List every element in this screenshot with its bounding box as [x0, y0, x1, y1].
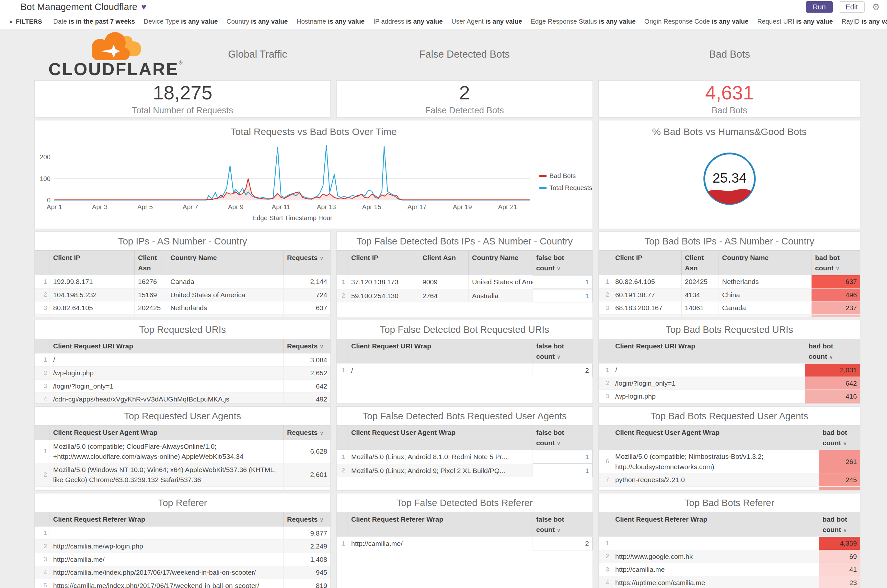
column-header-client-request-referer-wrap: Client Request Referer Wrap — [347, 512, 532, 537]
row-number: 7 — [599, 473, 612, 486]
column-header-requests[interactable]: Requests∨ — [283, 512, 331, 526]
edit-button[interactable]: Edit — [839, 1, 864, 13]
cell-country-name: Netherlands — [167, 302, 283, 314]
table-row: 1/2,031 — [599, 363, 860, 376]
table-row: 14,359 — [599, 537, 860, 550]
cell-client-request-user-agent-wrap: Mozilla/5.0 (compatible; Nimbostratus-Bo… — [612, 450, 819, 473]
filter-hostname[interactable]: Hostname is any value — [296, 18, 364, 25]
data-table: Top Bad Bots Requested User AgentsClient… — [599, 406, 860, 490]
kpi-value: 2 — [459, 82, 470, 103]
cell-client-asn: 16276 — [134, 275, 167, 288]
table-row-uris: Top Requested URIsClient Request URI Wra… — [35, 320, 861, 404]
registered-mark: ® — [179, 60, 184, 65]
column-header-bad-bot-count[interactable]: bad bot count∨ — [812, 250, 860, 275]
filter-condition: is any value — [485, 18, 522, 25]
run-button[interactable]: Run — [806, 1, 833, 13]
row-number-header — [35, 426, 50, 440]
filter-condition: is any value — [328, 18, 364, 25]
filter-user-agent[interactable]: User Agent is any value — [452, 18, 522, 25]
table-row-referers: Top RefererClient Request Referer WrapRe… — [35, 493, 861, 588]
filter-date[interactable]: Date is in the past 7 weeks — [53, 18, 135, 25]
filter-country[interactable]: Country is any value — [227, 18, 288, 25]
row-number: 1 — [337, 450, 347, 464]
column-header-false-bot-count[interactable]: false bot count∨ — [532, 250, 592, 275]
row-number: 2 — [35, 464, 50, 486]
column-header-false-bot-count[interactable]: false bot count∨ — [532, 426, 592, 450]
panel-top-referer: Top RefererClient Request Referer WrapRe… — [35, 493, 331, 588]
row-number: 3 — [35, 553, 50, 566]
column-title-global-traffic: Global Traffic — [228, 49, 287, 60]
filters-toggle[interactable]: ▶ FILTERS — [10, 18, 42, 25]
cell-client-request-referer-wrap: http://camilia.me/ — [347, 537, 532, 550]
filter-item-list: Date is in the past 7 weeksDevice Type i… — [53, 18, 887, 25]
filter-request-uri[interactable]: Request URI is any value — [757, 18, 833, 25]
gear-icon[interactable]: ⚙ — [872, 2, 880, 12]
table-title: Top False Detected Bot Requested URIs — [337, 320, 592, 339]
data-table: Top Requested User AgentsClient Request … — [35, 406, 331, 490]
filter-ip-address[interactable]: IP address is any value — [373, 18, 442, 25]
column-header-requests[interactable]: Requests∨ — [283, 426, 331, 440]
cell-bad-bot-count: 243 — [805, 403, 860, 404]
cell-country-name: China — [719, 315, 812, 317]
column-header-bad-bot-count[interactable]: bad bot count∨ — [819, 426, 860, 450]
row-number-header — [35, 250, 50, 275]
cell-bad-bot-count: 642 — [805, 377, 860, 390]
row-number: 1 — [35, 275, 50, 288]
row-number: 3 — [599, 302, 612, 314]
filter-edge-response-status[interactable]: Edge Response Status is any value — [531, 18, 636, 25]
column-header-requests[interactable]: Requests∨ — [283, 339, 331, 353]
sort-caret-icon: ∨ — [556, 354, 561, 360]
chevron-right-icon: ▶ — [10, 19, 13, 24]
row-number: 1 — [35, 527, 50, 540]
filter-field: Origin Response Code — [644, 18, 712, 25]
top-bar: Bot Management Cloudflare ♥ Run Edit ⚙ — [0, 0, 887, 14]
cell-client-request-referer-wrap: http://camilia.me/wp-login.php — [50, 540, 283, 553]
legend-label: Bad Bots — [549, 172, 576, 180]
table-row: 2/wp-login.php2,652 — [35, 366, 331, 380]
panel-top-ips: Top IPs - AS Number - CountryClient IPCl… — [35, 231, 331, 317]
table-body: 137.120.138.1739009United States of Amer… — [337, 275, 592, 317]
cell-client-request-uri-wrap: /wp-admin/admin-ajax.php — [612, 403, 805, 404]
sort-caret-icon: ∨ — [843, 440, 847, 447]
cell-client-asn: 15169 — [134, 288, 167, 302]
table-header-row: Client Request User Agent WrapRequests∨ — [35, 425, 331, 440]
column-header-false-bot-count[interactable]: false bot count∨ — [532, 512, 592, 537]
filter-rayid[interactable]: RayID is any value — [842, 18, 887, 25]
column-header-false-bot-count[interactable]: false bot count∨ — [532, 339, 592, 363]
sort-caret-icon: ∨ — [320, 517, 324, 523]
row-number: 4 — [599, 315, 612, 317]
column-header-bad-bot-count[interactable]: bad bot count∨ — [805, 339, 860, 363]
column-header-client-request-uri-wrap: Client Request URI Wrap — [50, 339, 283, 353]
cell-client-request-referer-wrap — [50, 527, 283, 540]
column-header-requests[interactable]: Requests∨ — [283, 250, 331, 275]
filter-device-type[interactable]: Device Type is any value — [144, 18, 218, 25]
x-tick-label: Apr 11 — [272, 203, 290, 210]
x-axis-label: Edge Start Timestamp Hour — [253, 214, 332, 222]
table-row: 3http://camilia.me/1,408 — [35, 553, 331, 566]
sort-caret-icon: ∨ — [320, 430, 324, 436]
filter-origin-response-code[interactable]: Origin Response Code is any value — [644, 18, 748, 25]
kpi-value: 18,275 — [153, 82, 212, 103]
cell-client-asn: 202425 — [134, 302, 167, 314]
cell-false-bot-count: 2 — [532, 537, 592, 550]
row-number: 3 — [599, 390, 612, 403]
column-title-bad-bots: Bad Bots — [709, 49, 750, 60]
kpi-label: Bad Bots — [712, 105, 747, 116]
table-header-row: Client IPClient AsnCountry NameRequests∨ — [35, 250, 331, 275]
kpi-label: Total Number of Requests — [132, 105, 233, 116]
table-row-ips: Top IPs - AS Number - CountryClient IPCl… — [35, 231, 861, 317]
table-row: 368.183.200.16714061Canada237 — [599, 301, 860, 314]
filter-field: Country — [227, 18, 251, 25]
cell-client-ip: 80.82.64.105 — [50, 302, 134, 314]
row-number: 8 — [599, 487, 612, 490]
table-title: Top Requested User Agents — [35, 406, 331, 425]
x-tick-label: Apr 5 — [137, 203, 153, 210]
cell-client-ip: 59.100.254.130 — [347, 289, 419, 303]
cell-client-request-user-agent-wrap: Mozilla/5.0 (Linux; Android 9; Pixel 2 X… — [347, 464, 532, 478]
chart-legend: Bad BotsTotal Requests — [540, 172, 592, 196]
row-number: 3 — [35, 487, 50, 490]
column-header-client-ip: Client IP — [50, 250, 134, 275]
column-header-bad-bot-count[interactable]: bad bot count∨ — [819, 512, 860, 537]
table-row: 3http://camilia.me41 — [599, 563, 860, 576]
table-header-row: Client Request User Agent Wrapbad bot co… — [599, 425, 860, 450]
